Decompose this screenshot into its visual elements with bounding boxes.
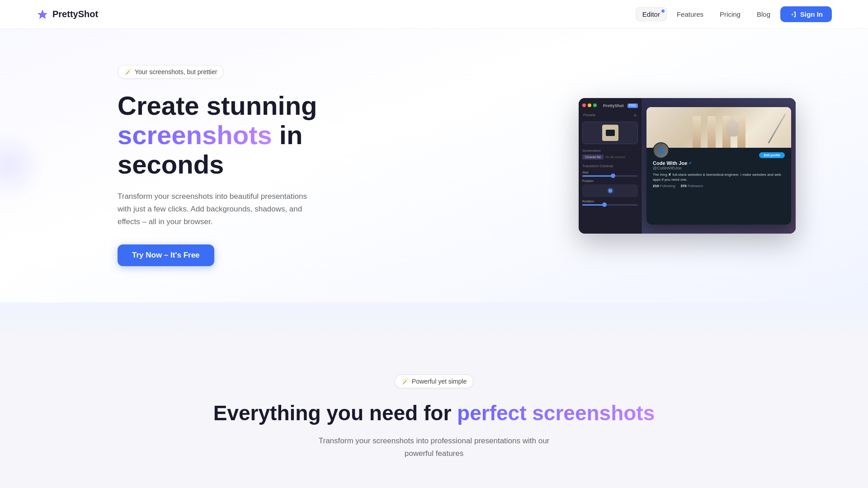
position-grid[interactable] [582, 184, 638, 197]
cta-button[interactable]: Try Now – It's Free [118, 244, 214, 266]
rotation-slider-track[interactable] [582, 204, 638, 206]
logo[interactable]: PrettyShot [36, 8, 98, 21]
position-indicator [609, 189, 612, 192]
nav-editor[interactable]: Editor [636, 7, 667, 21]
headline-gradient: screenshots [118, 120, 272, 150]
features-badge: 🪄 Powerful yet simple [395, 375, 473, 388]
nav-links: Editor Features Pricing Blog Sign In [636, 6, 832, 22]
nav-dot [661, 9, 665, 13]
features-headline-part1: Everything you need for [213, 401, 457, 425]
position-control: Position [582, 179, 638, 197]
twitter-stats: 210 Following 370 Followers [653, 184, 785, 188]
pro-badge: PRO [627, 103, 638, 108]
mockup-title-bar: PrettyShot PRO [582, 103, 638, 108]
size-slider-track[interactable] [582, 175, 638, 177]
rotation-slider-thumb[interactable] [602, 202, 607, 207]
size-control: Size [582, 171, 638, 177]
features-badge-icon: 🪄 [401, 378, 409, 385]
features-description: Transform your screenshots into professi… [316, 435, 552, 460]
choose-file-btn[interactable]: Choose file [582, 155, 604, 160]
sign-in-button[interactable]: Sign In [780, 6, 832, 22]
logo-icon [36, 8, 49, 21]
preset-thumbnail[interactable] [582, 122, 638, 144]
twitter-name: Code With Joe ✓ [653, 160, 785, 166]
mockup-sidebar: PrettyShot PRO Presets + Screenshot [579, 98, 642, 234]
edit-profile-btn[interactable]: Edit profile [759, 152, 785, 158]
section-divider [0, 302, 868, 338]
dot-close [582, 103, 586, 107]
twitter-avatar: 👤 [653, 142, 669, 159]
preset-preview [602, 125, 618, 141]
screenshot-label: Screenshot [582, 149, 638, 153]
screenshot-preview: 👤 Edit profile Code With Joe ✓ @CodeWith… [646, 107, 791, 225]
twitter-banner [646, 107, 791, 148]
mockup-canvas: 👤 Edit profile Code With Joe ✓ @CodeWith… [642, 98, 796, 234]
hero-section: 🪄 Your screenshots, but prettier Create … [0, 29, 868, 302]
size-slider-fill [582, 175, 613, 177]
verified-icon: ✓ [689, 161, 692, 165]
twitter-handle: @CodeWithJoe [653, 166, 785, 170]
brand-name: PrettyShot [52, 9, 98, 19]
no-file-label: No file chosen [605, 155, 625, 159]
rotation-slider-fill [582, 204, 604, 206]
features-headline: Everything you need for perfect screensh… [72, 401, 796, 426]
app-mockup: PrettyShot PRO Presets + Screenshot [579, 98, 796, 234]
hero-badge: 🪄 Your screenshots, but prettier [118, 65, 224, 79]
features-badge-text: Powerful yet simple [412, 378, 467, 385]
features-headline-gradient: perfect screenshots [457, 401, 655, 425]
nav-pricing[interactable]: Pricing [713, 8, 747, 21]
hero-mockup-container: PrettyShot PRO Presets + Screenshot [579, 98, 796, 234]
badge-icon: 🪄 [124, 68, 132, 75]
twitter-bio: The King ✘ full-stack websites & biomedi… [653, 172, 785, 182]
app-brand-mini: PrettyShot [603, 103, 624, 108]
navigation: PrettyShot Editor Features Pricing Blog … [0, 0, 868, 29]
nav-blog[interactable]: Blog [750, 8, 777, 21]
hero-description: Transform your screenshots into beautifu… [118, 190, 307, 228]
hero-content: 🪄 Your screenshots, but prettier Create … [118, 65, 335, 266]
badge-text: Your screenshots, but prettier [135, 68, 217, 75]
blob-decoration [0, 130, 45, 202]
followers-stat: 370 Followers [680, 184, 703, 188]
hero-headline: Create stunning screenshots in seconds [118, 91, 335, 179]
mockup-screenshot-section: Screenshot Choose file No file chosen [582, 149, 638, 160]
dot-minimize [588, 103, 591, 107]
transform-label: Transform Controls [582, 164, 638, 168]
headline-part1: Create stunning [118, 91, 317, 120]
file-input-row: Choose file No file chosen [582, 155, 638, 160]
twitter-profile: 👤 Edit profile Code With Joe ✓ @CodeWith… [646, 148, 791, 225]
signin-icon [789, 11, 797, 18]
dot-maximize [593, 103, 597, 107]
rotation-control: Rotation [582, 200, 638, 206]
following-stat: 210 Following [653, 184, 675, 188]
statue-bust [726, 119, 739, 136]
nav-features[interactable]: Features [670, 8, 710, 21]
transform-controls: Transform Controls Size Position [582, 164, 638, 206]
add-preset-icon[interactable]: + [633, 112, 637, 119]
features-section: 🪄 Powerful yet simple Everything you nee… [0, 338, 868, 488]
size-slider-thumb[interactable] [611, 174, 615, 178]
twitter-card: 👤 Edit profile Code With Joe ✓ @CodeWith… [646, 107, 791, 225]
presets-header: Presets + [582, 112, 638, 119]
